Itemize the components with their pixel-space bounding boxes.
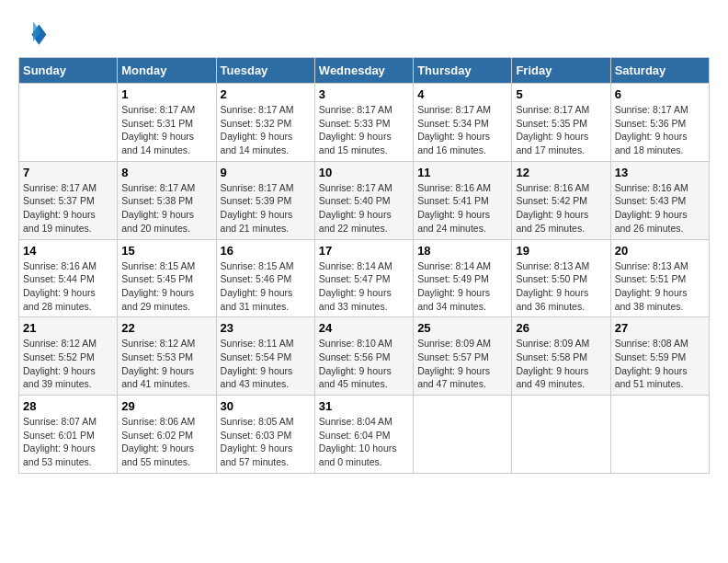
- sunrise-time: Sunrise: 8:16 AM: [516, 182, 589, 193]
- calendar-cell: 12 Sunrise: 8:16 AM Sunset: 5:42 PM Dayl…: [512, 161, 610, 239]
- daylight-hours: Daylight: 9 hours and 51 minutes.: [615, 365, 688, 390]
- day-info: Sunrise: 8:13 AM Sunset: 5:51 PM Dayligh…: [615, 259, 705, 314]
- sunrise-time: Sunrise: 8:17 AM: [319, 104, 392, 115]
- weekday-header: Wednesday: [314, 58, 413, 84]
- day-info: Sunrise: 8:09 AM Sunset: 5:58 PM Dayligh…: [516, 337, 606, 391]
- weekday-header: Saturday: [610, 58, 709, 84]
- calendar-cell: 22 Sunrise: 8:12 AM Sunset: 5:53 PM Dayl…: [118, 317, 216, 396]
- sunset-time: Sunset: 5:57 PM: [417, 351, 489, 362]
- daylight-hours: Daylight: 9 hours and 18 minutes.: [615, 131, 688, 155]
- sunrise-time: Sunrise: 8:04 AM: [319, 416, 392, 427]
- sunset-time: Sunset: 5:43 PM: [615, 195, 687, 206]
- sunset-time: Sunset: 6:04 PM: [319, 430, 391, 441]
- calendar-cell: 4 Sunrise: 8:17 AM Sunset: 5:34 PM Dayli…: [414, 84, 512, 162]
- sunrise-time: Sunrise: 8:17 AM: [221, 104, 294, 115]
- calendar-cell: 29 Sunrise: 8:06 AM Sunset: 6:02 PM Dayl…: [118, 396, 216, 474]
- daylight-hours: Daylight: 9 hours and 25 minutes.: [516, 209, 588, 234]
- logo: [18, 18, 51, 48]
- sunrise-time: Sunrise: 8:05 AM: [221, 416, 294, 427]
- sunset-time: Sunset: 5:32 PM: [221, 118, 292, 129]
- sunrise-time: Sunrise: 8:06 AM: [121, 416, 195, 427]
- sunset-time: Sunset: 5:47 PM: [319, 273, 391, 284]
- page-header: [18, 18, 710, 48]
- sunrise-time: Sunrise: 8:14 AM: [417, 260, 491, 271]
- daylight-hours: Daylight: 9 hours and 55 minutes.: [121, 442, 194, 467]
- day-number: 20: [615, 244, 705, 258]
- day-info: Sunrise: 8:16 AM Sunset: 5:43 PM Dayligh…: [615, 181, 705, 236]
- day-number: 13: [615, 166, 705, 179]
- sunset-time: Sunset: 5:59 PM: [615, 351, 687, 362]
- daylight-hours: Daylight: 9 hours and 29 minutes.: [121, 287, 194, 312]
- daylight-hours: Daylight: 9 hours and 17 minutes.: [516, 131, 588, 155]
- day-info: Sunrise: 8:09 AM Sunset: 5:57 PM Dayligh…: [417, 337, 507, 391]
- day-number: 19: [516, 244, 606, 258]
- calendar-cell: 7 Sunrise: 8:17 AM Sunset: 5:37 PM Dayli…: [19, 161, 118, 239]
- daylight-hours: Daylight: 9 hours and 21 minutes.: [221, 209, 293, 234]
- sunrise-time: Sunrise: 8:15 AM: [221, 260, 294, 271]
- sunrise-time: Sunrise: 8:17 AM: [23, 182, 97, 193]
- sunrise-time: Sunrise: 8:17 AM: [516, 104, 589, 115]
- day-info: Sunrise: 8:14 AM Sunset: 5:49 PM Dayligh…: [417, 259, 507, 314]
- day-number: 1: [121, 87, 211, 101]
- logo-icon: [18, 18, 48, 48]
- sunrise-time: Sunrise: 8:12 AM: [121, 338, 195, 349]
- day-number: 12: [516, 166, 606, 179]
- calendar-cell: 26 Sunrise: 8:09 AM Sunset: 5:58 PM Dayl…: [512, 317, 610, 396]
- sunrise-time: Sunrise: 8:12 AM: [23, 338, 97, 349]
- sunrise-time: Sunrise: 8:11 AM: [221, 338, 294, 349]
- calendar-cell: 16 Sunrise: 8:15 AM Sunset: 5:46 PM Dayl…: [216, 239, 314, 317]
- sunset-time: Sunset: 5:45 PM: [121, 273, 193, 284]
- sunrise-time: Sunrise: 8:13 AM: [516, 260, 589, 271]
- sunset-time: Sunset: 5:34 PM: [417, 118, 489, 129]
- sunrise-time: Sunrise: 8:16 AM: [417, 182, 491, 193]
- daylight-hours: Daylight: 9 hours and 24 minutes.: [417, 209, 490, 234]
- calendar-week-row: 28 Sunrise: 8:07 AM Sunset: 6:01 PM Dayl…: [19, 396, 710, 474]
- calendar-cell: 27 Sunrise: 8:08 AM Sunset: 5:59 PM Dayl…: [610, 317, 709, 396]
- calendar-cell: 15 Sunrise: 8:15 AM Sunset: 5:45 PM Dayl…: [118, 239, 216, 317]
- sunset-time: Sunset: 6:03 PM: [221, 430, 292, 441]
- daylight-hours: Daylight: 9 hours and 31 minutes.: [221, 287, 293, 312]
- calendar-cell: [610, 396, 709, 474]
- sunset-time: Sunset: 6:02 PM: [121, 430, 193, 441]
- day-number: 8: [121, 166, 211, 179]
- sunset-time: Sunset: 5:52 PM: [23, 351, 95, 362]
- day-info: Sunrise: 8:17 AM Sunset: 5:39 PM Dayligh…: [221, 181, 311, 236]
- calendar-cell: 23 Sunrise: 8:11 AM Sunset: 5:54 PM Dayl…: [216, 317, 314, 396]
- day-number: 16: [221, 244, 311, 258]
- sunset-time: Sunset: 5:40 PM: [319, 195, 391, 206]
- daylight-hours: Daylight: 9 hours and 49 minutes.: [516, 365, 588, 390]
- calendar-week-row: 21 Sunrise: 8:12 AM Sunset: 5:52 PM Dayl…: [19, 317, 710, 396]
- sunset-time: Sunset: 5:51 PM: [615, 273, 687, 284]
- day-info: Sunrise: 8:10 AM Sunset: 5:56 PM Dayligh…: [319, 337, 409, 391]
- day-number: 25: [417, 321, 507, 335]
- sunset-time: Sunset: 5:44 PM: [23, 273, 95, 284]
- day-info: Sunrise: 8:16 AM Sunset: 5:41 PM Dayligh…: [417, 181, 507, 236]
- calendar-cell: [19, 84, 118, 162]
- calendar-cell: 25 Sunrise: 8:09 AM Sunset: 5:57 PM Dayl…: [414, 317, 512, 396]
- sunset-time: Sunset: 5:46 PM: [221, 273, 292, 284]
- calendar-cell: 11 Sunrise: 8:16 AM Sunset: 5:41 PM Dayl…: [414, 161, 512, 239]
- calendar-cell: 19 Sunrise: 8:13 AM Sunset: 5:50 PM Dayl…: [512, 239, 610, 317]
- day-info: Sunrise: 8:12 AM Sunset: 5:53 PM Dayligh…: [121, 337, 211, 391]
- sunrise-time: Sunrise: 8:08 AM: [615, 338, 688, 349]
- day-number: 29: [121, 399, 211, 413]
- day-number: 27: [615, 321, 705, 335]
- sunrise-time: Sunrise: 8:14 AM: [319, 260, 392, 271]
- sunset-time: Sunset: 5:31 PM: [121, 118, 193, 129]
- daylight-hours: Daylight: 9 hours and 33 minutes.: [319, 287, 392, 312]
- day-info: Sunrise: 8:05 AM Sunset: 6:03 PM Dayligh…: [221, 415, 311, 469]
- day-info: Sunrise: 8:15 AM Sunset: 5:45 PM Dayligh…: [121, 259, 211, 314]
- sunset-time: Sunset: 5:37 PM: [23, 195, 95, 206]
- day-info: Sunrise: 8:17 AM Sunset: 5:33 PM Dayligh…: [319, 103, 409, 157]
- sunset-time: Sunset: 5:33 PM: [319, 118, 391, 129]
- sunrise-time: Sunrise: 8:17 AM: [221, 182, 294, 193]
- sunrise-time: Sunrise: 8:07 AM: [23, 416, 97, 427]
- sunset-time: Sunset: 5:53 PM: [121, 351, 193, 362]
- calendar-cell: 1 Sunrise: 8:17 AM Sunset: 5:31 PM Dayli…: [118, 84, 216, 162]
- sunset-time: Sunset: 5:54 PM: [221, 351, 292, 362]
- calendar-cell: [414, 396, 512, 474]
- day-number: 28: [23, 399, 113, 413]
- daylight-hours: Daylight: 9 hours and 16 minutes.: [417, 131, 490, 155]
- weekday-header: Thursday: [414, 58, 512, 84]
- day-number: 30: [221, 399, 311, 413]
